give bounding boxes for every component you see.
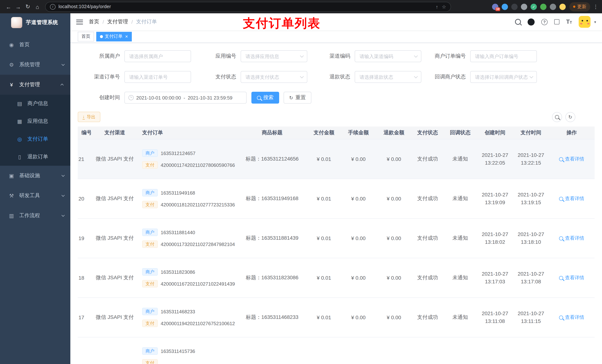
breadcrumb-item[interactable]: 支付管理 <box>107 19 128 25</box>
yen-icon: ¥ <box>8 82 15 88</box>
cell-pay-order: 商户1635312124657支付42000011742021102780605… <box>139 139 237 179</box>
filter-pay-status-select[interactable] <box>241 71 307 83</box>
cell-paid: 2021-10-2713:18:10 <box>513 218 549 258</box>
browser-home-icon[interactable]: ⌂ <box>32 3 42 10</box>
annotation-title: 支付订单列表 <box>243 15 321 32</box>
pay-tag: 支付 <box>142 359 158 364</box>
browser-chrome: ← → ↻ ⌂ i localhost:1024/pay/order ↑ ☆ 1… <box>0 0 602 13</box>
cell-created: 2021-10-2713:11:08 <box>477 298 513 337</box>
sidebar-item-label: 研发工具 <box>19 192 62 199</box>
extensions-area: 10✓ <box>492 3 566 10</box>
sidebar-item-dev-tools[interactable]: ⚒研发工具 <box>0 186 70 206</box>
tab-pay-order[interactable]: 支付订单× <box>96 32 132 41</box>
table-row: 20微信 JSAPI 支付商户1635311949168支付4200001181… <box>78 179 595 218</box>
chevron-down-icon <box>62 174 64 177</box>
extension-green-icon[interactable] <box>540 3 547 10</box>
export-button[interactable]: ↓ 导出 <box>78 112 100 122</box>
view-detail-link[interactable]: 查看详情 <box>559 274 584 281</box>
cell-paid: 2021-10-2713:11:15 <box>513 298 549 337</box>
url-bar[interactable]: i localhost:1024/pay/order ↑ ☆ <box>45 2 451 12</box>
cell-pay-order: 商户1635311881440支付42000011732021102728479… <box>139 218 237 258</box>
share-icon[interactable]: ↑ <box>436 4 438 10</box>
filter-row-1: 所属商户应用编号渠道编码商户订单编号 <box>78 50 595 62</box>
sidebar-item-merchant-info[interactable]: ▤商户信息 <box>0 95 70 113</box>
filter-label-pay-status: 支付状态 <box>191 74 241 80</box>
date-range-input[interactable]: 2021-10-01 00:00:00 - 2021-10-31 23:59:5… <box>124 92 247 104</box>
cell-pay-order: 商户1635311949168支付42000011812021102777232… <box>139 179 237 218</box>
cell-refund: ¥ 0.00 <box>376 258 412 298</box>
column-header: 支付状态 <box>412 126 443 139</box>
chevron-down-icon <box>62 63 64 66</box>
tab-home[interactable]: 首页 <box>78 32 94 41</box>
breadcrumb-item[interactable]: 首页 <box>89 19 99 25</box>
grid-icon: ▦ <box>16 118 23 124</box>
column-header: 支付渠道 <box>91 126 139 139</box>
filter-refund-status-select[interactable] <box>355 71 421 83</box>
close-icon[interactable]: × <box>125 34 128 39</box>
extension-dark-icon[interactable] <box>511 3 517 10</box>
refresh-table-button[interactable]: ↻ <box>565 112 575 122</box>
column-header: 回调状态 <box>443 126 477 139</box>
view-detail-link[interactable]: 查看详情 <box>559 195 584 202</box>
extension-generic-icon[interactable]: 10 <box>492 3 498 10</box>
filter-channel-code-select[interactable] <box>355 50 421 62</box>
browser-back-icon[interactable]: ← <box>4 3 13 10</box>
filter-channel-order-no-input[interactable] <box>124 71 191 83</box>
filter-notify-status-select[interactable] <box>470 71 537 83</box>
extension-pin-icon[interactable] <box>550 3 556 10</box>
sidebar-item-system[interactable]: ⚙系统管理 <box>0 55 70 75</box>
pay-order-no: 4200001167202110271022491439 <box>161 281 235 287</box>
extension-vue-icon[interactable]: ✓ <box>531 3 537 10</box>
cell-title: 标题：1635311823086 <box>237 258 307 298</box>
reset-button[interactable]: ↻ 重置 <box>284 92 311 104</box>
sidebar-item-workflow[interactable]: ▥工作流程 <box>0 206 70 226</box>
sidebar-item-payment[interactable]: ¥支付管理 <box>0 75 70 95</box>
orders-table: 编号支付渠道支付订单商品标题支付金额手续金额退款金额支付状态回调状态创建时间支付… <box>78 126 595 364</box>
browser-forward-icon[interactable]: → <box>13 3 23 10</box>
search-icon <box>257 96 261 100</box>
toggle-search-button[interactable] <box>552 112 562 122</box>
cell-paid <box>513 337 549 364</box>
sidebar-item-home[interactable]: ◉首页 <box>0 35 70 55</box>
browser-menu-icon[interactable]: ⋮ <box>593 4 598 10</box>
sidebar-item-infrastructure[interactable]: ▣基础设施 <box>0 166 70 186</box>
bookmark-star-icon[interactable]: ☆ <box>442 4 446 10</box>
font-size-icon[interactable]: T T <box>566 19 572 25</box>
filter-merchant-input[interactable] <box>124 50 191 62</box>
filter-merchant-order-no-input[interactable] <box>470 50 537 62</box>
view-detail-link[interactable]: 查看详情 <box>559 314 584 321</box>
sidebar-item-pay-order[interactable]: ◎支付订单 <box>0 130 70 148</box>
github-icon[interactable] <box>527 18 535 25</box>
search-icon[interactable] <box>515 19 521 25</box>
sidebar-item-app-info[interactable]: ▦应用信息 <box>0 113 70 130</box>
view-detail-link[interactable]: 查看详情 <box>559 156 584 162</box>
cell-pay-order: 商户1635311415736支付 <box>139 337 237 364</box>
app-title: 芋道管理系统 <box>26 19 58 26</box>
user-avatar[interactable] <box>579 16 591 28</box>
search-button[interactable]: 搜索 <box>251 92 279 104</box>
help-icon[interactable]: ? <box>541 19 548 25</box>
filter-form: 所属商户应用编号渠道编码商户订单编号 渠道订单号支付状态退款状态回调商户状态 创… <box>78 42 595 104</box>
cell-status: 支付成功 <box>412 298 443 337</box>
hamburger-icon[interactable] <box>76 20 83 24</box>
extension-face-icon[interactable] <box>559 3 566 10</box>
cell-created: 2021-10-2713:19:09 <box>477 179 513 218</box>
refresh-icon: ↻ <box>289 95 293 100</box>
filter-app-no-select[interactable] <box>241 50 307 62</box>
cell-action: 查看详情 <box>549 298 595 337</box>
navbar: 首页/支付管理/支付订单 支付订单列表 ? T T ▾ <box>70 13 602 30</box>
app-logo[interactable]: 芋道管理系统 <box>0 13 70 32</box>
extension-gray-icon[interactable] <box>521 3 527 10</box>
filter-label-channel-order-no: 渠道订单号 <box>78 74 124 80</box>
extension-drop-icon[interactable] <box>502 3 508 10</box>
filter-row-2: 渠道订单号支付状态退款状态回调商户状态 <box>78 71 595 83</box>
cell-amount: ¥ 0.01 <box>307 218 341 258</box>
site-info-icon[interactable]: i <box>50 4 55 10</box>
chevron-down-icon[interactable]: ▾ <box>594 20 596 24</box>
view-detail-link[interactable]: 查看详情 <box>559 235 584 241</box>
sidebar-item-refund-order[interactable]: ▯退款订单 <box>0 148 70 166</box>
fullscreen-icon[interactable] <box>554 19 559 24</box>
pay-tag: 支付 <box>142 280 158 287</box>
browser-reload-icon[interactable]: ↻ <box>23 3 32 10</box>
browser-update-button[interactable]: 更新 <box>570 2 590 11</box>
